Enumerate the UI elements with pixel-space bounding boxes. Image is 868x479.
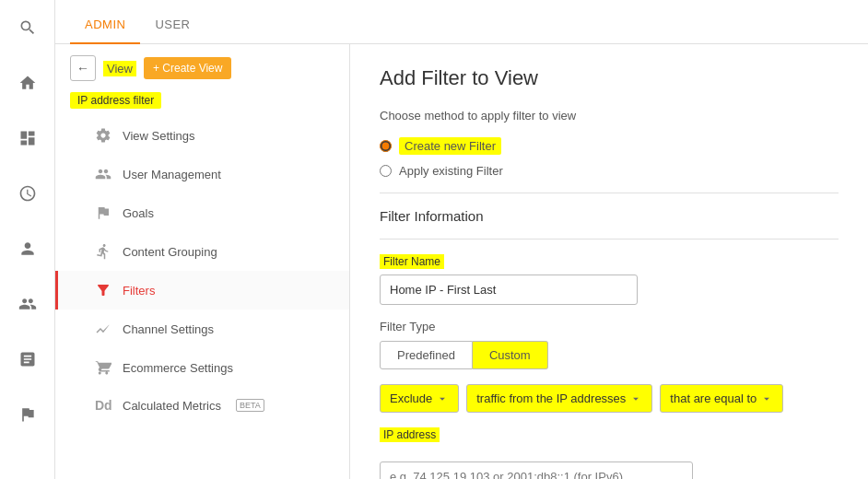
- apply-existing-label: Apply existing Filter: [399, 164, 503, 178]
- channel-icon: [95, 321, 111, 337]
- view-label: View: [103, 61, 136, 76]
- create-new-label: Create new Filter: [399, 137, 501, 155]
- filter-name-label: Filter Name: [380, 254, 444, 269]
- tab-admin[interactable]: ADMIN: [70, 6, 140, 44]
- sidebar-item-calculated-metrics[interactable]: Dd Calculated Metrics BETA: [55, 387, 349, 424]
- filter-info-title: Filter Information: [380, 208, 839, 224]
- calc-icon: Dd: [95, 398, 111, 413]
- filter-method-options: Create new Filter Apply existing Filter: [380, 137, 839, 178]
- ip-address-section: IP address: [380, 427, 839, 479]
- page-title: Add Filter to View: [380, 66, 839, 90]
- apply-existing-radio[interactable]: [380, 165, 392, 177]
- sidebar-item-view-settings[interactable]: View Settings: [55, 116, 349, 155]
- top-nav: ADMIN USER: [55, 0, 868, 44]
- divider-2: [380, 239, 839, 240]
- home-icon[interactable]: [9, 64, 46, 101]
- ip-label-section: IP address: [380, 427, 839, 442]
- icon-bar: [0, 0, 55, 479]
- search-icon[interactable]: [9, 9, 46, 46]
- divider-1: [380, 193, 839, 193]
- sidebar-item-user-management[interactable]: User Management: [55, 155, 349, 193]
- filter-row: Exclude traffic from the IP addresses th…: [380, 384, 839, 413]
- back-button[interactable]: ←: [70, 55, 96, 81]
- sidebar-item-filters-label: Filters: [123, 284, 155, 298]
- cart-icon: [95, 359, 111, 376]
- sidebar-item-channel-settings[interactable]: Channel Settings: [55, 310, 349, 348]
- filter-icon: [95, 282, 111, 298]
- content-grouping-icon: [95, 243, 111, 260]
- sidebar-item-user-management-label: User Management: [123, 168, 221, 181]
- from-chevron-icon: [629, 392, 642, 405]
- report-icon[interactable]: [9, 341, 46, 378]
- that-chevron-icon: [760, 392, 773, 405]
- sidebar-item-view-settings-label: View Settings: [123, 129, 195, 143]
- filter-name-input[interactable]: [380, 275, 638, 305]
- create-new-radio[interactable]: [380, 140, 392, 152]
- sidebar-item-goals[interactable]: Goals: [55, 193, 349, 232]
- exclude-select[interactable]: Exclude: [380, 384, 459, 413]
- from-label: traffic from the IP addresses: [476, 391, 626, 405]
- custom-button[interactable]: Custom: [473, 341, 548, 369]
- sidebar-item-calculated-metrics-label: Calculated Metrics: [123, 399, 221, 413]
- app-container: ADMIN USER ← View + Create View IP addre…: [55, 0, 868, 479]
- main-content: Add Filter to View Choose method to appl…: [350, 44, 868, 479]
- apply-existing-filter-option[interactable]: Apply existing Filter: [380, 164, 839, 178]
- sidebar-item-content-grouping-label: Content Grouping: [123, 245, 217, 259]
- people-icon: [95, 166, 111, 182]
- from-select[interactable]: traffic from the IP addresses: [466, 384, 652, 413]
- sidebar-item-content-grouping[interactable]: Content Grouping: [55, 232, 349, 271]
- goals-flag-icon: [95, 204, 111, 221]
- content-area: ← View + Create View IP address filter V…: [55, 44, 868, 479]
- sidebar-item-filters[interactable]: Filters: [55, 271, 349, 310]
- create-view-button[interactable]: + Create View: [144, 57, 232, 79]
- ip-filter-tag: IP address filter: [70, 92, 161, 109]
- filter-name-section: Filter Name: [380, 254, 839, 320]
- tab-user[interactable]: USER: [140, 6, 205, 44]
- exclude-label: Exclude: [390, 391, 432, 405]
- person-icon[interactable]: [9, 230, 46, 267]
- that-label: that are equal to: [670, 391, 757, 405]
- sidebar-item-ecommerce-settings[interactable]: Ecommerce Settings: [55, 348, 349, 387]
- sidebar-header: ← View + Create View: [55, 44, 349, 92]
- settings-icon: [95, 127, 111, 144]
- beta-badge: BETA: [236, 399, 264, 412]
- filter-type-label: Filter Type: [380, 320, 839, 333]
- clock-icon[interactable]: [9, 175, 46, 212]
- analytics-icon[interactable]: [9, 286, 46, 322]
- sidebar-item-ecommerce-settings-label: Ecommerce Settings: [123, 361, 233, 375]
- flag-icon[interactable]: [9, 396, 46, 433]
- sidebar: ← View + Create View IP address filter V…: [55, 44, 350, 479]
- create-new-filter-option[interactable]: Create new Filter: [380, 137, 839, 155]
- sidebar-item-goals-label: Goals: [123, 206, 154, 220]
- dashboard-icon[interactable]: [9, 120, 46, 157]
- predefined-button[interactable]: Predefined: [380, 341, 473, 369]
- filter-type-buttons: Predefined Custom: [380, 341, 839, 369]
- that-select[interactable]: that are equal to: [660, 384, 783, 413]
- ip-address-input[interactable]: [380, 461, 693, 479]
- ip-address-label: IP address: [380, 427, 440, 442]
- method-label: Choose method to apply filter to view: [380, 109, 839, 123]
- sidebar-item-channel-settings-label: Channel Settings: [123, 322, 214, 336]
- exclude-chevron-icon: [436, 392, 449, 405]
